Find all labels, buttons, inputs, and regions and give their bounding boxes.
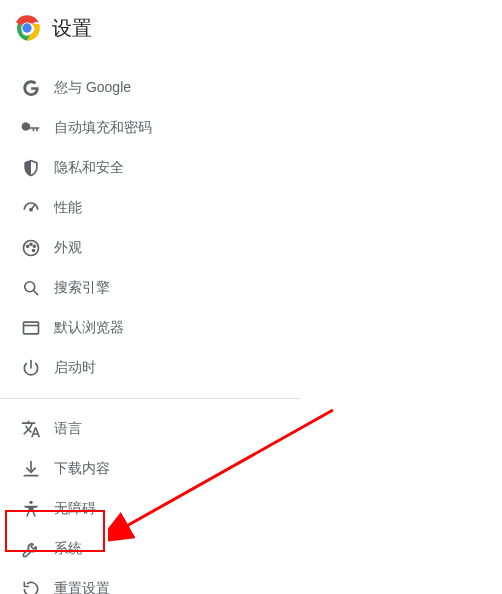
sidebar-item-privacy[interactable]: 隐私和安全 — [0, 148, 502, 188]
nav-divider — [0, 398, 301, 399]
search-icon — [20, 277, 42, 299]
sidebar-item-label: 默认浏览器 — [54, 319, 124, 337]
sidebar-item-downloads[interactable]: 下载内容 — [0, 449, 502, 489]
sidebar-item-label: 外观 — [54, 239, 82, 257]
sidebar-item-search-engine[interactable]: 搜索引擎 — [0, 268, 502, 308]
sidebar-item-system[interactable]: 系统 — [0, 529, 502, 569]
sidebar-item-languages[interactable]: 语言 — [0, 409, 502, 449]
sidebar-item-label: 性能 — [54, 199, 82, 217]
page-title: 设置 — [52, 15, 92, 42]
speedometer-icon — [20, 197, 42, 219]
svg-point-7 — [33, 245, 35, 247]
wrench-icon — [20, 538, 42, 560]
translate-icon — [20, 418, 42, 440]
shield-icon — [20, 157, 42, 179]
svg-point-15 — [29, 501, 32, 504]
sidebar-item-default-browser[interactable]: 默认浏览器 — [0, 308, 502, 348]
sidebar-item-accessibility[interactable]: 无障碍 — [0, 489, 502, 529]
svg-point-6 — [30, 243, 32, 245]
svg-point-3 — [30, 209, 32, 211]
settings-header: 设置 — [0, 0, 502, 56]
power-icon — [20, 357, 42, 379]
sidebar-item-label: 语言 — [54, 420, 82, 438]
svg-line-10 — [34, 291, 38, 295]
svg-point-5 — [27, 245, 29, 247]
sidebar-item-performance[interactable]: 性能 — [0, 188, 502, 228]
sidebar-item-you-and-google[interactable]: 您与 Google — [0, 68, 502, 108]
reset-icon — [20, 578, 42, 594]
key-icon — [20, 117, 42, 139]
settings-nav: 您与 Google 自动填充和密码 隐私和安全 性能 外观 搜索引擎 — [0, 56, 502, 594]
sidebar-item-label: 自动填充和密码 — [54, 119, 152, 137]
download-icon — [20, 458, 42, 480]
sidebar-item-label: 搜索引擎 — [54, 279, 110, 297]
sidebar-item-reset[interactable]: 重置设置 — [0, 569, 502, 594]
chrome-logo-icon — [13, 14, 41, 42]
sidebar-item-label: 下载内容 — [54, 460, 110, 478]
sidebar-item-label: 隐私和安全 — [54, 159, 124, 177]
sidebar-item-label: 启动时 — [54, 359, 96, 377]
sidebar-item-appearance[interactable]: 外观 — [0, 228, 502, 268]
sidebar-item-label: 重置设置 — [54, 580, 110, 594]
svg-rect-11 — [24, 322, 39, 334]
palette-icon — [20, 237, 42, 259]
sidebar-item-label: 无障碍 — [54, 500, 96, 518]
sidebar-item-autofill[interactable]: 自动填充和密码 — [0, 108, 502, 148]
svg-point-8 — [33, 250, 35, 252]
google-g-icon — [20, 77, 42, 99]
accessibility-icon — [20, 498, 42, 520]
sidebar-item-label: 您与 Google — [54, 79, 131, 97]
sidebar-item-label: 系统 — [54, 540, 82, 558]
sidebar-item-on-startup[interactable]: 启动时 — [0, 348, 502, 388]
browser-icon — [20, 317, 42, 339]
